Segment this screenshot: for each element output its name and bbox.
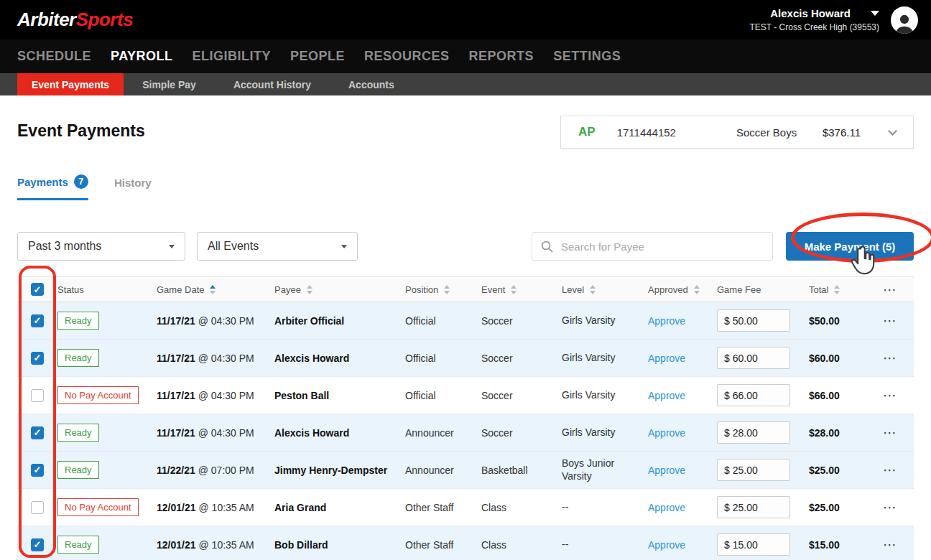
select-caret-icon bbox=[169, 245, 175, 248]
payment-summary-card[interactable]: AP 1711444152 Soccer Boys $376.11 bbox=[560, 116, 914, 149]
row-menu-icon[interactable]: ⋯ bbox=[883, 351, 897, 365]
user-menu[interactable]: Alexcis Howard bbox=[749, 7, 879, 19]
header-level[interactable]: Level bbox=[562, 284, 648, 295]
sort-icons[interactable] bbox=[694, 285, 700, 294]
total-cell: $25.00 bbox=[809, 502, 866, 513]
total-cell: $28.00 bbox=[809, 427, 866, 439]
date-range-select[interactable]: Past 3 months bbox=[17, 232, 185, 261]
date-range-value: Past 3 months bbox=[28, 240, 101, 253]
row-menu-icon[interactable]: ⋯ bbox=[883, 538, 897, 551]
user-org: TEST - Cross Creek High (39553) bbox=[749, 22, 879, 32]
nav-item-reports[interactable]: REPORTS bbox=[469, 49, 534, 64]
status-badge: Ready bbox=[57, 349, 99, 367]
row-checkbox[interactable] bbox=[31, 464, 44, 477]
approve-link[interactable]: Approve bbox=[648, 539, 685, 551]
subnav-item-account-history[interactable]: Account History bbox=[215, 73, 330, 95]
payee-cell: Peston Ball bbox=[274, 390, 405, 401]
nav-item-settings[interactable]: SETTINGS bbox=[553, 49, 621, 64]
approve-link[interactable]: Approve bbox=[648, 353, 685, 364]
nav-item-schedule[interactable]: SCHEDULE bbox=[17, 49, 91, 64]
approve-link[interactable]: Approve bbox=[648, 427, 685, 439]
tab-payments[interactable]: Payments 7 bbox=[17, 174, 88, 200]
search-input[interactable] bbox=[532, 232, 773, 261]
row-checkbox[interactable] bbox=[31, 352, 44, 365]
row-checkbox[interactable] bbox=[31, 389, 44, 402]
header-approved[interactable]: Approved bbox=[648, 284, 717, 295]
position-cell: Official bbox=[405, 315, 481, 327]
sort-icons[interactable] bbox=[511, 285, 517, 294]
game-fee-input[interactable] bbox=[717, 496, 790, 518]
sort-icons[interactable] bbox=[444, 285, 450, 294]
game-fee-input[interactable] bbox=[717, 347, 790, 369]
tab-history[interactable]: History bbox=[114, 174, 152, 200]
select-all-checkbox[interactable] bbox=[31, 283, 44, 296]
game-fee-input[interactable] bbox=[717, 421, 790, 444]
total-cell: $50.00 bbox=[809, 315, 866, 327]
level-cell: Girls Varsity bbox=[562, 389, 648, 402]
header-payee[interactable]: Payee bbox=[274, 284, 405, 295]
event-filter-value: All Events bbox=[208, 240, 259, 253]
payee-cell: Jimmy Henry-Dempster bbox=[274, 465, 405, 476]
make-payment-button[interactable]: Make Payment (5) bbox=[786, 232, 914, 261]
header-game-date[interactable]: Game Date bbox=[157, 284, 274, 295]
event-cell: Soccer bbox=[481, 353, 562, 364]
game-date-cell: 12/01/21@ 10:35 AM bbox=[157, 502, 274, 513]
sort-icons[interactable] bbox=[834, 285, 840, 294]
position-cell: Announcer bbox=[405, 427, 481, 439]
approve-link[interactable]: Approve bbox=[648, 390, 685, 401]
top-bar: ArbiterSports Alexcis Howard TEST - Cros… bbox=[0, 0, 931, 39]
nav-item-payroll[interactable]: PAYROLL bbox=[111, 49, 173, 64]
nav-item-eligibility[interactable]: ELIGIBILITY bbox=[193, 49, 272, 64]
approve-link[interactable]: Approve bbox=[648, 315, 685, 327]
row-checkbox[interactable] bbox=[31, 314, 44, 327]
person-icon bbox=[893, 11, 916, 34]
position-cell: Announcer bbox=[405, 465, 481, 476]
user-caret-down-icon bbox=[871, 11, 879, 16]
row-menu-icon[interactable]: ⋯ bbox=[883, 314, 897, 327]
approve-link[interactable]: Approve bbox=[648, 502, 685, 513]
subnav-item-event-payments[interactable]: Event Payments bbox=[17, 73, 124, 95]
logo-arbiter: Arbiter bbox=[17, 9, 76, 30]
header-menu-icon[interactable]: ⋯ bbox=[883, 283, 897, 297]
position-cell: Other Staff bbox=[405, 539, 481, 551]
game-fee-input[interactable] bbox=[717, 533, 790, 556]
table-row: Ready 11/22/21@ 07:00 PM Jimmy Henry-Dem… bbox=[17, 452, 914, 489]
table-row: Ready 11/17/21@ 04:30 PM Alexcis Howard … bbox=[17, 340, 914, 377]
sort-icons[interactable] bbox=[590, 285, 596, 294]
arbitersports-logo[interactable]: ArbiterSports bbox=[17, 9, 133, 31]
table-header-row: Status Game Date Payee Position Event Le… bbox=[17, 276, 914, 302]
payee-cell: Alexcis Howard bbox=[274, 353, 405, 364]
event-cell: Soccer bbox=[481, 390, 562, 401]
chevron-down-icon[interactable] bbox=[888, 126, 897, 136]
subnav-item-accounts[interactable]: Accounts bbox=[330, 73, 413, 95]
level-cell: Girls Varsity bbox=[562, 314, 648, 327]
nav-item-resources[interactable]: RESOURCES bbox=[364, 49, 450, 64]
table-row: No Pay Account 12/01/21@ 10:35 AM Aria G… bbox=[17, 489, 914, 526]
row-menu-icon[interactable]: ⋯ bbox=[883, 388, 897, 402]
payment-number: 1711444152 bbox=[617, 126, 676, 139]
row-checkbox[interactable] bbox=[31, 426, 44, 439]
sort-icons[interactable] bbox=[210, 285, 216, 294]
subnav-item-simple-pay[interactable]: Simple Pay bbox=[124, 73, 215, 95]
game-fee-input[interactable] bbox=[717, 384, 790, 406]
row-checkbox[interactable] bbox=[31, 501, 44, 514]
table-body: Ready 11/17/21@ 04:30 PM Arbiter Officia… bbox=[17, 302, 914, 560]
row-checkbox[interactable] bbox=[31, 538, 44, 551]
row-menu-icon[interactable]: ⋯ bbox=[883, 463, 897, 477]
nav-item-people[interactable]: PEOPLE bbox=[290, 49, 345, 64]
header-game-fee: Game Fee bbox=[717, 284, 809, 295]
header-total[interactable]: Total bbox=[809, 284, 866, 295]
approve-link[interactable]: Approve bbox=[648, 465, 685, 476]
event-filter-select[interactable]: All Events bbox=[197, 232, 358, 261]
game-fee-input[interactable] bbox=[717, 309, 790, 332]
avatar[interactable] bbox=[891, 6, 918, 34]
row-menu-icon[interactable]: ⋯ bbox=[883, 426, 897, 439]
header-position[interactable]: Position bbox=[405, 284, 481, 295]
game-date-cell: 12/01/21@ 10:35 AM bbox=[157, 539, 274, 551]
status-badge: No Pay Account bbox=[57, 386, 139, 404]
table-row: Ready 11/17/21@ 04:30 PM Arbiter Officia… bbox=[17, 302, 914, 340]
header-event[interactable]: Event bbox=[481, 284, 562, 295]
game-fee-input[interactable] bbox=[717, 459, 790, 481]
sort-icons[interactable] bbox=[307, 285, 312, 294]
row-menu-icon[interactable]: ⋯ bbox=[883, 500, 897, 514]
